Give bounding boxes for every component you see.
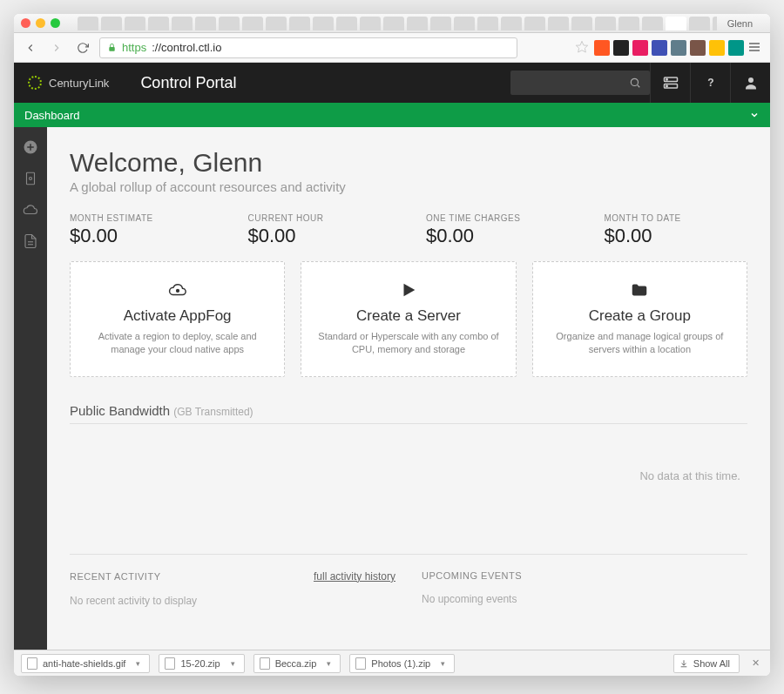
chevron-down-icon: ▾: [327, 659, 331, 668]
browser-tab[interactable]: [125, 17, 145, 30]
download-item[interactable]: Photos (1).zip ▾: [349, 654, 455, 673]
folder-icon: [549, 278, 731, 302]
card-desc: Activate a region to deploy, scale and m…: [86, 330, 268, 357]
browser-tab[interactable]: [266, 17, 287, 30]
minimize-window-button[interactable]: [36, 18, 45, 28]
play-icon: [317, 278, 499, 302]
bandwidth-empty-text: No data at this time.: [639, 469, 740, 482]
bandwidth-section-title: Public Bandwidth (GB Transmitted): [70, 403, 747, 418]
card-activate-appfog[interactable]: Activate AppFog Activate a region to dep…: [70, 261, 285, 377]
address-bar[interactable]: https://control.ctl.io: [99, 37, 517, 58]
sidebar-item-create[interactable]: [14, 132, 47, 162]
card-desc: Standard or Hyperscale with any combo of…: [317, 330, 499, 357]
browser-profile-name[interactable]: Glenn: [717, 18, 763, 29]
browser-tab[interactable]: [548, 17, 569, 30]
extension-icon[interactable]: [709, 40, 725, 56]
extension-icon[interactable]: [594, 40, 610, 56]
extension-icon[interactable]: [613, 40, 629, 56]
browser-tab[interactable]: [689, 17, 710, 30]
chevron-down-icon: ▾: [441, 659, 445, 668]
extension-icon[interactable]: [652, 40, 667, 56]
browser-tab[interactable]: [148, 17, 169, 30]
download-filename: anti-hate-shields.gif: [43, 658, 125, 669]
full-activity-link[interactable]: full activity history: [314, 570, 395, 583]
file-icon: [27, 657, 37, 670]
browser-toolbar: https://control.ctl.io: [14, 33, 770, 63]
metric-value: $0.00: [426, 225, 570, 247]
browser-tab[interactable]: [501, 17, 522, 30]
extension-icon[interactable]: [632, 40, 648, 56]
card-create-server[interactable]: Create a Server Standard or Hyperscale w…: [301, 261, 516, 377]
download-item[interactable]: 15-20.zip ▾: [159, 654, 244, 673]
sidebar-item-cloud[interactable]: [14, 195, 47, 225]
extension-icon[interactable]: [671, 40, 686, 56]
browser-tab[interactable]: [642, 17, 663, 30]
show-all-downloads-button[interactable]: Show All: [673, 654, 740, 673]
forward-button[interactable]: [47, 38, 66, 57]
browser-tab[interactable]: [172, 17, 193, 30]
extension-icon[interactable]: [690, 40, 706, 56]
upcoming-events-empty: No upcoming events: [422, 593, 747, 605]
browser-tab[interactable]: [313, 17, 334, 30]
browser-tab[interactable]: [195, 17, 216, 30]
close-download-shelf-button[interactable]: ✕: [748, 657, 763, 669]
card-title: Create a Group: [549, 307, 731, 325]
bandwidth-title: Public Bandwidth: [70, 403, 170, 418]
browser-tab[interactable]: [571, 17, 592, 30]
browser-tab[interactable]: [219, 17, 240, 30]
browser-tab[interactable]: [477, 17, 498, 30]
menu-icon[interactable]: [747, 40, 763, 56]
svg-rect-14: [27, 172, 35, 185]
back-button[interactable]: [21, 38, 40, 57]
recent-activity-title: RECENT ACTIVITY: [70, 571, 160, 582]
file-icon: [355, 657, 366, 670]
metric-month-to-date: MONTH TO DATE $0.00: [605, 213, 748, 247]
download-filename: 15-20.zip: [180, 658, 220, 669]
browser-tab[interactable]: [524, 17, 545, 30]
app-body: Welcome, Glenn A global rollup of accoun…: [14, 127, 770, 650]
sidebar-item-documents[interactable]: [14, 226, 47, 256]
download-arrow-icon: [679, 659, 688, 668]
svg-point-18: [176, 290, 179, 293]
browser-tab[interactable]: [383, 17, 404, 30]
breadcrumb-bar[interactable]: Dashboard: [14, 103, 770, 127]
zoom-window-button[interactable]: [51, 18, 60, 28]
browser-tab[interactable]: [289, 17, 310, 30]
browser-tab[interactable]: [618, 17, 639, 30]
browser-tab-strip: [78, 17, 717, 30]
svg-rect-0: [109, 47, 114, 51]
close-window-button[interactable]: [21, 18, 30, 28]
bandwidth-unit: (GB Transmitted): [173, 406, 253, 418]
star-icon[interactable]: [575, 40, 591, 56]
svg-text:?: ?: [707, 77, 713, 89]
svg-point-12: [748, 77, 754, 83]
brand[interactable]: CenturyLink: [14, 76, 123, 90]
header-search-input[interactable]: [510, 71, 650, 95]
sidebar-item-servers[interactable]: [14, 164, 47, 193]
card-create-group[interactable]: Create a Group Organize and manage logic…: [532, 261, 747, 377]
browser-tab[interactable]: [407, 17, 428, 30]
browser-tab[interactable]: [595, 17, 616, 30]
user-menu-button[interactable]: [730, 63, 770, 103]
browser-tab[interactable]: [242, 17, 263, 30]
browser-tab[interactable]: [360, 17, 381, 30]
browser-tab[interactable]: [101, 17, 122, 30]
chevron-down-icon: ▾: [231, 659, 235, 668]
portal-title: Control Portal: [123, 74, 253, 92]
reload-button[interactable]: [73, 38, 92, 57]
metric-month-estimate: MONTH ESTIMATE $0.00: [70, 213, 213, 247]
window-controls: [21, 18, 60, 28]
browser-tab[interactable]: [336, 17, 357, 30]
browser-tab[interactable]: [454, 17, 475, 30]
help-button[interactable]: ?: [690, 63, 730, 103]
download-item[interactable]: Becca.zip ▾: [253, 654, 341, 673]
browser-tab-active[interactable]: [666, 17, 686, 30]
servers-button[interactable]: [650, 63, 690, 103]
extension-icon[interactable]: [728, 40, 744, 56]
download-item[interactable]: anti-hate-shields.gif ▾: [21, 654, 150, 673]
browser-tab[interactable]: [430, 17, 451, 30]
browser-tab[interactable]: [78, 17, 98, 30]
chevron-down-icon: [749, 110, 760, 120]
bandwidth-chart: No data at this time.: [70, 423, 747, 528]
metric-value: $0.00: [248, 225, 392, 247]
